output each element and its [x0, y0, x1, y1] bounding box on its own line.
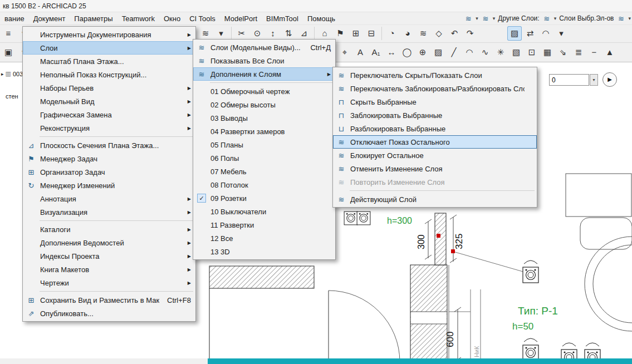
undo-icon[interactable]: ↶: [447, 26, 462, 41]
layers-menu-item-13[interactable]: 10 Выключатели: [193, 205, 335, 218]
document-menu-item-7[interactable]: Реконструкция▶: [23, 121, 195, 135]
schedule-table-icon[interactable]: ⊞: [349, 26, 363, 41]
fill-display-icon[interactable]: ▨: [507, 26, 522, 41]
layers-menu-item-6[interactable]: 03 Выводы: [193, 111, 335, 125]
layers-menu-item-14[interactable]: 11 Развертки: [193, 218, 335, 232]
document-menu-item-1[interactable]: Слои▶: [23, 41, 195, 55]
menubar-item-0[interactable]: вание: [0, 13, 29, 24]
layers-menu-item-15[interactable]: 12 Все: [193, 232, 335, 245]
layer-extras-menu-item-6[interactable]: ≋Блокирует Остальное: [333, 149, 537, 162]
spline-tool-icon[interactable]: ∿: [478, 45, 492, 60]
panel-toggle-icon[interactable]: ▣: [1, 45, 16, 60]
dropdown-caret-icon[interactable]: ▾: [554, 26, 569, 41]
text-tool-icon[interactable]: A: [353, 45, 368, 60]
coordinate-input[interactable]: [549, 74, 589, 86]
dropdown-caret-icon[interactable]: ▾: [476, 16, 478, 21]
layer-extras-menu-item-7[interactable]: ≋Отменить Изменение Слоя: [333, 162, 537, 175]
menubar-item-8[interactable]: Помощь: [303, 13, 340, 24]
left-panel-item[interactable]: стен: [6, 93, 18, 100]
layers-menu-item-12[interactable]: ✓09 Розетки: [193, 191, 335, 205]
menubar-item-5[interactable]: CI Tools: [185, 13, 220, 24]
layers-menu-item-10[interactable]: 07 Мебель: [193, 165, 335, 178]
expand-arrow-button[interactable]: ▶: [602, 72, 617, 87]
swap-view-icon[interactable]: ⇄: [523, 26, 537, 41]
star-icon[interactable]: ✳: [493, 45, 508, 60]
document-menu-item-12[interactable]: ↻Менеджер Изменений: [23, 179, 195, 192]
layers-menu-item-16[interactable]: 13 3D: [193, 245, 335, 258]
layer-oval-icon[interactable]: ≋: [542, 14, 551, 23]
label-tool-icon[interactable]: A₁: [369, 45, 383, 60]
camera-icon[interactable]: ⊡: [525, 45, 539, 60]
document-menu-item-10[interactable]: ⚑Менеджер Задач: [23, 152, 195, 165]
figure-icon[interactable]: ▧: [509, 45, 523, 60]
layer-oval-icon[interactable]: ≋: [464, 14, 473, 23]
layer-extras-menu-item-8[interactable]: ≋Повторить Изменение Слоя: [333, 175, 537, 189]
document-menu-item-23[interactable]: ⇗Опубликовать...: [23, 307, 195, 320]
layer-extras-menu-item-10[interactable]: ≋Действующий Слой: [333, 193, 537, 206]
document-menu-item-4[interactable]: Наборы Перьев▶: [23, 81, 195, 95]
layer-extras-menu-item-3[interactable]: ⊓Заблокировать Выбранные: [333, 109, 537, 122]
receive-changes-icon[interactable]: ◕: [400, 26, 415, 41]
dropdown-caret-icon[interactable]: ▾: [554, 16, 557, 21]
pen-set-icon[interactable]: ◇: [432, 26, 446, 41]
menubar-item-7[interactable]: BIMmTool: [262, 13, 303, 24]
layers-menu-item-1[interactable]: ≋Показывать Все Слои: [193, 54, 335, 67]
layers-menu-item-2[interactable]: ≋Дополнения к Слоям▶: [193, 67, 335, 81]
document-menu-item-13[interactable]: Аннотация▶: [23, 192, 195, 205]
layer-extras-menu-item-0[interactable]: ≋Переключатель Скрыть/Показать Слои: [333, 68, 537, 82]
document-menu-item-9[interactable]: ⊿Плоскость Сечения Плана Этажа...: [23, 139, 195, 152]
hotspot-icon[interactable]: ⊕: [415, 45, 430, 60]
menubar-item-3[interactable]: Teamwork: [117, 13, 159, 24]
arrow-up-icon[interactable]: ▲: [602, 45, 617, 60]
menubar-item-6[interactable]: ModelPort: [220, 13, 262, 24]
send-changes-icon[interactable]: ◔: [385, 26, 399, 41]
line-tool-icon[interactable]: ╱: [447, 45, 461, 60]
marker-icon[interactable]: ⌖: [337, 45, 352, 60]
dropdown-caret-icon[interactable]: ▾: [493, 16, 496, 21]
grid-icon[interactable]: ▦: [540, 45, 555, 60]
circle-tool-icon[interactable]: ◯: [400, 45, 414, 60]
document-menu-item-6[interactable]: Графическая Замена▶: [23, 108, 195, 121]
tree-expand-icon[interactable]: ▸: [1, 71, 4, 77]
redo-icon[interactable]: ↷: [463, 26, 477, 41]
minus-level-icon[interactable]: −: [587, 45, 601, 60]
dimension-tool-icon[interactable]: ↔: [384, 45, 399, 60]
horizontal-scrollbar[interactable]: [208, 358, 632, 364]
layer-oval-icon[interactable]: ≋: [481, 14, 490, 23]
layers-menu-item-5[interactable]: 02 Обмеры высоты: [193, 98, 335, 111]
document-menu-item-3[interactable]: Неполный Показ Конструкций...: [23, 68, 195, 81]
document-menu-item-2[interactable]: Масштаб Плана Этажа...: [23, 55, 195, 68]
input-dropdown-button[interactable]: ▾: [590, 74, 598, 86]
layer-combination-icon[interactable]: ≋: [416, 26, 430, 41]
layers-menu-item-9[interactable]: 06 Полы: [193, 151, 335, 165]
document-menu-item-5[interactable]: Модельный Вид▶: [23, 95, 195, 108]
layer-extras-menu-item-2[interactable]: ⊓Скрыть Выбранные: [333, 95, 537, 109]
document-menu-item-19[interactable]: Книга Макетов▶: [23, 263, 195, 276]
worksheet-icon[interactable]: ⊟: [364, 26, 379, 41]
document-menu-item-17[interactable]: Дополнения Ведомостей▶: [23, 236, 195, 249]
arc-tool-icon[interactable]: ◠: [462, 45, 477, 60]
document-menu-item-11[interactable]: ⊞Организатор Задач: [23, 165, 195, 179]
workspace-icon[interactable]: ≡: [1, 26, 16, 41]
layers-menu-item-11[interactable]: 08 Потолок: [193, 178, 335, 191]
layer-extras-menu-item-1[interactable]: ≋Переключатель Заблокировать/Разблокиров…: [333, 82, 537, 95]
detail-icon[interactable]: ≣: [571, 45, 586, 60]
menubar-item-4[interactable]: Окно: [159, 13, 185, 24]
layers-menu-item-4[interactable]: 01 Обмерочный чертеж: [193, 85, 335, 98]
layer-oval-icon[interactable]: ≋: [616, 14, 625, 23]
section-icon[interactable]: ⇘: [556, 45, 570, 60]
menubar-item-1[interactable]: Документ: [29, 13, 70, 24]
document-menu-item-22[interactable]: ⊞Сохранить Вид и Разместить в МакетеCtrl…: [23, 293, 195, 307]
dropdown-caret-icon[interactable]: ▾: [628, 16, 631, 21]
document-menu-item-18[interactable]: Индексы Проекта▶: [23, 249, 195, 263]
layer-extras-menu-item-4[interactable]: ⊔Разблокировать Выбранные: [333, 122, 537, 135]
document-menu-item-20[interactable]: Чертежи▶: [23, 276, 195, 289]
layers-menu-item-7[interactable]: 04 Развертки замеров: [193, 125, 335, 138]
arc-segment-icon[interactable]: ◠: [538, 26, 553, 41]
document-menu-item-14[interactable]: Визуализация▶: [23, 205, 195, 219]
menubar-item-2[interactable]: Параметры: [70, 13, 117, 24]
document-menu-item-0[interactable]: Инструменты Документирования▶: [23, 28, 195, 41]
layers-menu-item-8[interactable]: 05 Планы: [193, 138, 335, 151]
layer-extras-menu-item-5[interactable]: ≋Отключает Показ Остального: [333, 135, 537, 149]
layers-menu-item-0[interactable]: ≋Слои (Модельные Виды)...Ctrl+Д: [193, 41, 335, 54]
